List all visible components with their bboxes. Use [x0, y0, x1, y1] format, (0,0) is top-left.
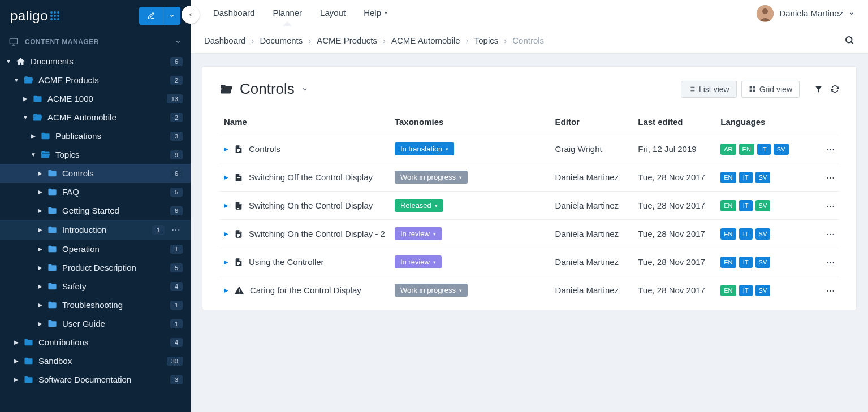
table-row[interactable]: ▶Switching Off the Control DisplayWork i… [219, 163, 839, 192]
expand-row-icon[interactable]: ▶ [224, 146, 228, 152]
row-actions-button[interactable]: ⋯ [806, 276, 839, 305]
expand-row-icon[interactable]: ▶ [224, 202, 228, 209]
expand-icon[interactable]: ▼ [23, 114, 28, 120]
column-header[interactable]: Name [219, 111, 390, 135]
tree-item[interactable]: ▼ACME Automobile2 [0, 108, 191, 127]
expand-icon[interactable]: ▼ [6, 58, 11, 64]
tree-item[interactable]: ▶Controls6 [0, 164, 191, 183]
breadcrumb-item[interactable]: ACME Automobile [391, 36, 460, 45]
table-row[interactable]: ▶ControlsIn translation▾Craig WrightFri,… [219, 135, 839, 163]
table-row[interactable]: ▶Caring for the Control DisplayWork in p… [219, 276, 839, 305]
row-actions-button[interactable]: ⋯ [806, 135, 839, 163]
lang-tag[interactable]: EN [739, 144, 754, 155]
lang-tag[interactable]: IT [739, 172, 753, 183]
expand-icon[interactable]: ▶ [37, 302, 43, 308]
column-header[interactable]: Taxonomies [390, 111, 551, 135]
expand-icon[interactable]: ▶ [37, 227, 43, 233]
nav-item[interactable]: Layout [311, 0, 355, 27]
lang-tag[interactable]: EN [720, 257, 736, 268]
column-header[interactable]: Last edited [633, 111, 716, 135]
tree-item[interactable]: ▶FAQ5 [0, 183, 191, 201]
grid-view-button[interactable]: Grid view [741, 81, 800, 98]
expand-icon[interactable]: ▶ [37, 207, 43, 214]
expand-row-icon[interactable]: ▶ [224, 231, 228, 237]
expand-icon[interactable]: ▼ [31, 151, 36, 158]
search-icon[interactable] [844, 35, 854, 45]
expand-icon[interactable]: ▶ [37, 189, 43, 195]
lang-tag[interactable]: EN [720, 285, 736, 296]
expand-row-icon[interactable]: ▶ [224, 259, 228, 265]
logo[interactable]: paligo [10, 8, 59, 24]
filter-icon[interactable] [814, 85, 823, 93]
column-header[interactable]: Editor [551, 111, 634, 135]
status-tag[interactable]: In translation▾ [395, 142, 454, 155]
lang-tag[interactable]: IT [757, 144, 771, 155]
more-icon[interactable]: ⋯ [169, 224, 183, 235]
lang-tag[interactable]: SV [774, 144, 789, 155]
lang-tag[interactable]: IT [739, 285, 753, 296]
expand-icon[interactable]: ▶ [37, 320, 43, 327]
nav-item[interactable]: Planner [264, 0, 311, 27]
sidebar-section-header[interactable]: CONTENT MANAGER [0, 32, 191, 52]
lang-tag[interactable]: EN [720, 228, 736, 240]
expand-icon[interactable]: ▶ [23, 96, 28, 102]
row-actions-button[interactable]: ⋯ [806, 220, 839, 248]
new-button[interactable] [139, 7, 180, 25]
tree-item[interactable]: ▶Publications3 [0, 127, 191, 145]
expand-row-icon[interactable]: ▶ [224, 174, 228, 180]
collapse-sidebar-button[interactable] [182, 6, 200, 24]
lang-tag[interactable]: EN [720, 172, 736, 183]
user-menu[interactable]: Daniela Martinez [757, 5, 854, 22]
table-row[interactable]: ▶Switching On the Control Display - 2In … [219, 220, 839, 248]
tree-item[interactable]: ▶Sandbox30 [0, 352, 191, 370]
tree-item[interactable]: ▼ACME Products2 [0, 71, 191, 89]
status-tag[interactable]: In review▾ [395, 255, 442, 268]
expand-icon[interactable]: ▶ [14, 339, 19, 345]
expand-icon[interactable]: ▶ [31, 133, 36, 139]
tree-item[interactable]: ▶ACME 100013 [0, 89, 191, 108]
tree-item[interactable]: ▶Safety4 [0, 277, 191, 296]
tree-item[interactable]: ▼Documents6 [0, 52, 191, 71]
lang-tag[interactable]: SV [755, 257, 771, 268]
lang-tag[interactable]: IT [739, 228, 753, 240]
expand-icon[interactable]: ▶ [37, 246, 43, 252]
lang-tag[interactable]: EN [720, 200, 736, 211]
breadcrumb-item[interactable]: Topics [474, 36, 499, 45]
expand-icon[interactable]: ▶ [14, 376, 19, 383]
tree-item[interactable]: ▶Product Description5 [0, 258, 191, 277]
tree-item[interactable]: ▼Topics9 [0, 145, 191, 164]
refresh-icon[interactable] [831, 85, 839, 93]
row-actions-button[interactable]: ⋯ [806, 163, 839, 192]
lang-tag[interactable]: IT [739, 257, 753, 268]
breadcrumb-item[interactable]: ACME Products [317, 36, 377, 45]
tree-item[interactable]: ▶Introduction1⋯ [0, 220, 191, 240]
expand-icon[interactable]: ▶ [37, 170, 43, 176]
table-row[interactable]: ▶Switching On the Control DisplayRelease… [219, 192, 839, 220]
list-view-button[interactable]: List view [681, 81, 737, 98]
expand-icon[interactable]: ▶ [14, 358, 19, 364]
tree-item[interactable]: ▶Getting Started6 [0, 201, 191, 220]
status-tag[interactable]: In review▾ [395, 227, 442, 240]
nav-item[interactable]: Help [355, 0, 398, 27]
tree-item[interactable]: ▶Troubleshooting1 [0, 296, 191, 314]
lang-tag[interactable]: SV [755, 285, 771, 296]
nav-item[interactable]: Dashboard [204, 0, 264, 27]
status-tag[interactable]: Work in progress▾ [395, 171, 468, 184]
row-actions-button[interactable]: ⋯ [806, 248, 839, 276]
lang-tag[interactable]: SV [755, 228, 771, 240]
expand-row-icon[interactable]: ▶ [224, 287, 228, 293]
tree-item[interactable]: ▶Contributions4 [0, 333, 191, 352]
breadcrumb-item[interactable]: Documents [260, 36, 303, 45]
lang-tag[interactable]: AR [720, 144, 736, 155]
column-header[interactable]: Languages [716, 111, 806, 135]
expand-icon[interactable]: ▶ [37, 264, 43, 271]
tree-item[interactable]: ▶User Guide1 [0, 314, 191, 333]
breadcrumb-item[interactable]: Dashboard [204, 36, 245, 45]
row-actions-button[interactable]: ⋯ [806, 192, 839, 220]
chevron-down-icon[interactable] [301, 86, 308, 93]
status-tag[interactable]: Work in progress▾ [395, 284, 468, 297]
lang-tag[interactable]: SV [755, 200, 771, 211]
tree-item[interactable]: ▶Operation1 [0, 240, 191, 258]
table-row[interactable]: ▶Using the ControllerIn review▾Daniela M… [219, 248, 839, 276]
tree-item[interactable]: ▶Software Documentation3 [0, 370, 191, 389]
